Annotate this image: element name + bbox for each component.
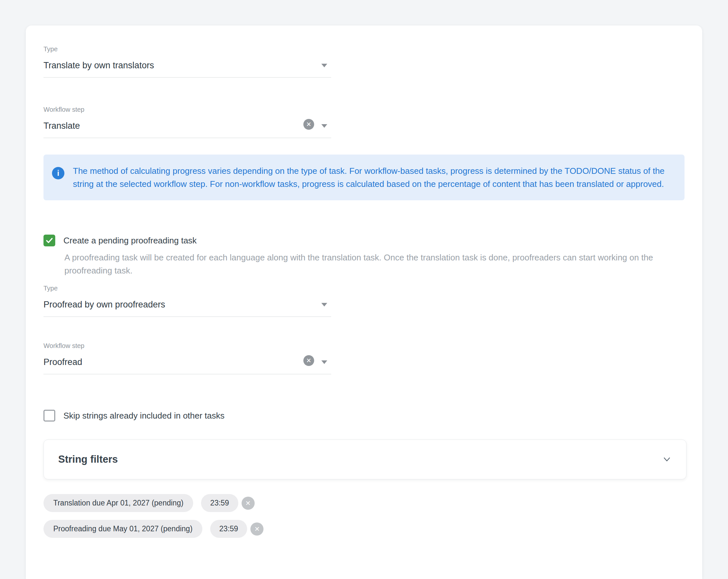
- proofreading-type-select[interactable]: Type Proofread by own proofreaders: [44, 285, 331, 317]
- progress-info-banner: i The method of calculating progress var…: [44, 155, 684, 200]
- chevron-down-icon[interactable]: [662, 454, 672, 464]
- proofreading-checkbox-row[interactable]: Create a pending proofreading task: [44, 235, 702, 246]
- proofreading-type-label: Type: [44, 285, 331, 292]
- due-date-chips: Translation due Apr 01, 2027 (pending) 2…: [44, 494, 702, 538]
- remove-translation-due-icon[interactable]: ✕: [241, 497, 255, 510]
- translation-workflow-value: Translate: [44, 120, 331, 131]
- proofreading-due-chip[interactable]: Proofreading due May 01, 2027 (pending): [44, 520, 202, 538]
- proofreading-checkbox[interactable]: [44, 235, 55, 246]
- dropdown-arrow-icon[interactable]: [321, 360, 327, 364]
- clear-workflow-button[interactable]: ✕: [303, 119, 314, 130]
- proofreading-due-row: Proofreading due May 01, 2027 (pending) …: [44, 520, 702, 538]
- dropdown-arrow-icon[interactable]: [321, 64, 327, 67]
- translation-type-label: Type: [44, 46, 331, 52]
- progress-info-text: The method of calculating progress varie…: [73, 164, 672, 191]
- proofreading-due-time-chip[interactable]: 23:59: [210, 520, 248, 538]
- translation-due-time-chip[interactable]: 23:59: [201, 494, 238, 512]
- proofreading-workflow-value: Proofread: [44, 357, 331, 367]
- skip-strings-checkbox-label: Skip strings already included in other t…: [63, 411, 225, 421]
- check-icon: [45, 236, 54, 245]
- proofreading-workflow-select[interactable]: Workflow step Proofread ✕: [44, 342, 331, 375]
- task-form-content: Type Translate by own translators Workfl…: [26, 26, 702, 538]
- task-form-card: Type Translate by own translators Workfl…: [26, 26, 702, 579]
- dropdown-arrow-icon[interactable]: [321, 303, 327, 306]
- skip-strings-checkbox-row[interactable]: Skip strings already included in other t…: [44, 410, 702, 421]
- translation-workflow-label: Workflow step: [44, 106, 331, 113]
- translation-type-value: Translate by own translators: [44, 60, 331, 71]
- skip-strings-checkbox[interactable]: [44, 410, 55, 421]
- info-icon: i: [52, 167, 64, 180]
- clear-workflow-button[interactable]: ✕: [303, 355, 314, 366]
- proofreading-workflow-label: Workflow step: [44, 342, 331, 349]
- translation-type-select[interactable]: Type Translate by own translators: [44, 46, 331, 78]
- remove-proofreading-due-icon[interactable]: ✕: [251, 522, 263, 535]
- translation-due-chip[interactable]: Translation due Apr 01, 2027 (pending): [44, 494, 193, 512]
- proofreading-checkbox-description: A proofreading task will be created for …: [64, 251, 676, 277]
- translation-due-row: Translation due Apr 01, 2027 (pending) 2…: [44, 494, 702, 512]
- string-filters-title: String filters: [58, 453, 118, 466]
- translation-workflow-select[interactable]: Workflow step Translate ✕: [44, 106, 331, 138]
- dropdown-arrow-icon[interactable]: [321, 124, 327, 128]
- proofreading-checkbox-label: Create a pending proofreading task: [63, 236, 197, 246]
- string-filters-panel[interactable]: String filters: [44, 439, 686, 479]
- proofreading-type-value: Proofread by own proofreaders: [44, 299, 331, 310]
